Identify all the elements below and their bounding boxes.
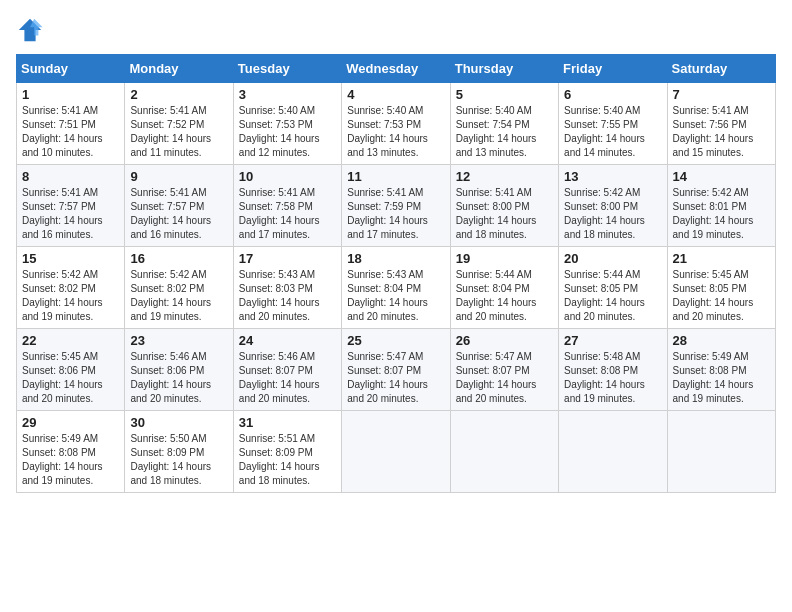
calendar-header-row: SundayMondayTuesdayWednesdayThursdayFrid… (17, 55, 776, 83)
calendar-cell: 6 Sunrise: 5:40 AMSunset: 7:55 PMDayligh… (559, 83, 667, 165)
calendar-table: SundayMondayTuesdayWednesdayThursdayFrid… (16, 54, 776, 493)
day-number: 13 (564, 169, 661, 184)
calendar-cell: 11 Sunrise: 5:41 AMSunset: 7:59 PMDaylig… (342, 165, 450, 247)
calendar-cell: 25 Sunrise: 5:47 AMSunset: 8:07 PMDaylig… (342, 329, 450, 411)
calendar-cell: 2 Sunrise: 5:41 AMSunset: 7:52 PMDayligh… (125, 83, 233, 165)
calendar-cell: 16 Sunrise: 5:42 AMSunset: 8:02 PMDaylig… (125, 247, 233, 329)
header-monday: Monday (125, 55, 233, 83)
calendar-cell: 22 Sunrise: 5:45 AMSunset: 8:06 PMDaylig… (17, 329, 125, 411)
calendar-cell: 28 Sunrise: 5:49 AMSunset: 8:08 PMDaylig… (667, 329, 775, 411)
day-number: 2 (130, 87, 227, 102)
calendar-cell: 8 Sunrise: 5:41 AMSunset: 7:57 PMDayligh… (17, 165, 125, 247)
day-info: Sunrise: 5:45 AMSunset: 8:05 PMDaylight:… (673, 268, 770, 324)
day-number: 12 (456, 169, 553, 184)
header-saturday: Saturday (667, 55, 775, 83)
day-info: Sunrise: 5:42 AMSunset: 8:01 PMDaylight:… (673, 186, 770, 242)
day-number: 8 (22, 169, 119, 184)
calendar-cell: 30 Sunrise: 5:50 AMSunset: 8:09 PMDaylig… (125, 411, 233, 493)
day-number: 23 (130, 333, 227, 348)
calendar-cell: 20 Sunrise: 5:44 AMSunset: 8:05 PMDaylig… (559, 247, 667, 329)
day-number: 30 (130, 415, 227, 430)
day-info: Sunrise: 5:41 AMSunset: 7:57 PMDaylight:… (22, 186, 119, 242)
day-info: Sunrise: 5:46 AMSunset: 8:07 PMDaylight:… (239, 350, 336, 406)
day-number: 10 (239, 169, 336, 184)
day-number: 6 (564, 87, 661, 102)
day-info: Sunrise: 5:49 AMSunset: 8:08 PMDaylight:… (673, 350, 770, 406)
calendar-cell: 27 Sunrise: 5:48 AMSunset: 8:08 PMDaylig… (559, 329, 667, 411)
day-info: Sunrise: 5:49 AMSunset: 8:08 PMDaylight:… (22, 432, 119, 488)
calendar-cell: 15 Sunrise: 5:42 AMSunset: 8:02 PMDaylig… (17, 247, 125, 329)
page-header (16, 16, 776, 44)
calendar-cell: 31 Sunrise: 5:51 AMSunset: 8:09 PMDaylig… (233, 411, 341, 493)
day-number: 26 (456, 333, 553, 348)
calendar-cell: 4 Sunrise: 5:40 AMSunset: 7:53 PMDayligh… (342, 83, 450, 165)
day-info: Sunrise: 5:43 AMSunset: 8:03 PMDaylight:… (239, 268, 336, 324)
day-number: 14 (673, 169, 770, 184)
day-number: 5 (456, 87, 553, 102)
day-info: Sunrise: 5:40 AMSunset: 7:53 PMDaylight:… (239, 104, 336, 160)
day-number: 4 (347, 87, 444, 102)
day-info: Sunrise: 5:44 AMSunset: 8:04 PMDaylight:… (456, 268, 553, 324)
calendar-cell: 17 Sunrise: 5:43 AMSunset: 8:03 PMDaylig… (233, 247, 341, 329)
day-info: Sunrise: 5:45 AMSunset: 8:06 PMDaylight:… (22, 350, 119, 406)
day-info: Sunrise: 5:40 AMSunset: 7:55 PMDaylight:… (564, 104, 661, 160)
calendar-cell: 7 Sunrise: 5:41 AMSunset: 7:56 PMDayligh… (667, 83, 775, 165)
calendar-cell: 1 Sunrise: 5:41 AMSunset: 7:51 PMDayligh… (17, 83, 125, 165)
calendar-week-row: 29 Sunrise: 5:49 AMSunset: 8:08 PMDaylig… (17, 411, 776, 493)
day-number: 3 (239, 87, 336, 102)
calendar-cell: 19 Sunrise: 5:44 AMSunset: 8:04 PMDaylig… (450, 247, 558, 329)
day-number: 17 (239, 251, 336, 266)
day-number: 11 (347, 169, 444, 184)
day-info: Sunrise: 5:47 AMSunset: 8:07 PMDaylight:… (456, 350, 553, 406)
calendar-cell: 29 Sunrise: 5:49 AMSunset: 8:08 PMDaylig… (17, 411, 125, 493)
calendar-cell (667, 411, 775, 493)
day-number: 16 (130, 251, 227, 266)
day-number: 15 (22, 251, 119, 266)
day-info: Sunrise: 5:47 AMSunset: 8:07 PMDaylight:… (347, 350, 444, 406)
calendar-cell: 21 Sunrise: 5:45 AMSunset: 8:05 PMDaylig… (667, 247, 775, 329)
calendar-week-row: 22 Sunrise: 5:45 AMSunset: 8:06 PMDaylig… (17, 329, 776, 411)
calendar-cell: 10 Sunrise: 5:41 AMSunset: 7:58 PMDaylig… (233, 165, 341, 247)
day-number: 20 (564, 251, 661, 266)
calendar-cell (450, 411, 558, 493)
day-number: 7 (673, 87, 770, 102)
logo-icon (16, 16, 44, 44)
day-info: Sunrise: 5:41 AMSunset: 8:00 PMDaylight:… (456, 186, 553, 242)
day-info: Sunrise: 5:40 AMSunset: 7:53 PMDaylight:… (347, 104, 444, 160)
calendar-week-row: 1 Sunrise: 5:41 AMSunset: 7:51 PMDayligh… (17, 83, 776, 165)
day-info: Sunrise: 5:44 AMSunset: 8:05 PMDaylight:… (564, 268, 661, 324)
header-tuesday: Tuesday (233, 55, 341, 83)
calendar-cell: 26 Sunrise: 5:47 AMSunset: 8:07 PMDaylig… (450, 329, 558, 411)
day-number: 28 (673, 333, 770, 348)
calendar-cell: 23 Sunrise: 5:46 AMSunset: 8:06 PMDaylig… (125, 329, 233, 411)
day-info: Sunrise: 5:42 AMSunset: 8:00 PMDaylight:… (564, 186, 661, 242)
calendar-week-row: 15 Sunrise: 5:42 AMSunset: 8:02 PMDaylig… (17, 247, 776, 329)
day-number: 19 (456, 251, 553, 266)
day-info: Sunrise: 5:48 AMSunset: 8:08 PMDaylight:… (564, 350, 661, 406)
day-number: 1 (22, 87, 119, 102)
day-number: 25 (347, 333, 444, 348)
day-number: 31 (239, 415, 336, 430)
calendar-cell (559, 411, 667, 493)
day-number: 29 (22, 415, 119, 430)
day-number: 21 (673, 251, 770, 266)
day-number: 18 (347, 251, 444, 266)
day-number: 22 (22, 333, 119, 348)
day-number: 27 (564, 333, 661, 348)
day-info: Sunrise: 5:41 AMSunset: 7:56 PMDaylight:… (673, 104, 770, 160)
day-number: 9 (130, 169, 227, 184)
calendar-cell: 12 Sunrise: 5:41 AMSunset: 8:00 PMDaylig… (450, 165, 558, 247)
calendar-cell (342, 411, 450, 493)
day-info: Sunrise: 5:51 AMSunset: 8:09 PMDaylight:… (239, 432, 336, 488)
day-info: Sunrise: 5:42 AMSunset: 8:02 PMDaylight:… (130, 268, 227, 324)
day-info: Sunrise: 5:41 AMSunset: 7:51 PMDaylight:… (22, 104, 119, 160)
calendar-cell: 5 Sunrise: 5:40 AMSunset: 7:54 PMDayligh… (450, 83, 558, 165)
header-sunday: Sunday (17, 55, 125, 83)
day-info: Sunrise: 5:43 AMSunset: 8:04 PMDaylight:… (347, 268, 444, 324)
day-info: Sunrise: 5:41 AMSunset: 7:58 PMDaylight:… (239, 186, 336, 242)
calendar-week-row: 8 Sunrise: 5:41 AMSunset: 7:57 PMDayligh… (17, 165, 776, 247)
day-info: Sunrise: 5:50 AMSunset: 8:09 PMDaylight:… (130, 432, 227, 488)
calendar-cell: 13 Sunrise: 5:42 AMSunset: 8:00 PMDaylig… (559, 165, 667, 247)
day-info: Sunrise: 5:46 AMSunset: 8:06 PMDaylight:… (130, 350, 227, 406)
header-wednesday: Wednesday (342, 55, 450, 83)
